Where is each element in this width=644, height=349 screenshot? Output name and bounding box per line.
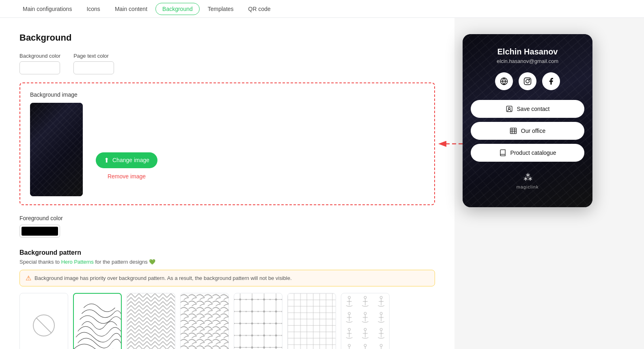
facebook-social-icon[interactable] bbox=[542, 72, 560, 90]
tab-icons[interactable]: Icons bbox=[80, 3, 106, 15]
office-icon bbox=[510, 127, 517, 134]
top-nav: Main configurations Icons Main content B… bbox=[0, 0, 644, 18]
svg-point-25 bbox=[526, 80, 529, 83]
card-name: Elchin Hasanov bbox=[498, 47, 558, 56]
bg-image-preview bbox=[30, 103, 83, 196]
fg-color-inner bbox=[22, 227, 58, 236]
topography-pattern bbox=[74, 294, 121, 349]
phone-card: Elchin Hasanov elcin.hasanov@gmail.com bbox=[463, 34, 592, 207]
pattern-grid bbox=[19, 293, 435, 349]
magiclink-symbol: ⁂ bbox=[523, 172, 532, 183]
our-office-button[interactable]: Our office bbox=[471, 122, 584, 140]
bg-image-section: Background image ⬆ Change image Remove i… bbox=[19, 82, 435, 205]
text-color-label: Page text color bbox=[73, 53, 114, 59]
svg-rect-29 bbox=[510, 128, 516, 134]
warning-text: Background image has priority over backg… bbox=[34, 275, 292, 281]
pattern-title: Background pattern bbox=[19, 249, 435, 256]
our-office-label: Our office bbox=[521, 128, 545, 134]
card-social-row bbox=[495, 72, 560, 90]
pattern-item-chevron[interactable] bbox=[127, 293, 175, 349]
warning-icon: ⚠ bbox=[26, 274, 31, 282]
card-email: elcin.hasanov@gmail.com bbox=[497, 58, 558, 64]
bg-image-label: Background image bbox=[30, 91, 424, 98]
save-contact-icon bbox=[506, 105, 513, 113]
remove-image-button[interactable]: Remove image bbox=[96, 173, 157, 180]
svg-rect-13 bbox=[288, 293, 336, 349]
save-contact-button[interactable]: Save contact bbox=[471, 100, 584, 118]
pattern-credit-suffix: for the pattern designs 💚 bbox=[95, 259, 155, 265]
tab-templates[interactable]: Templates bbox=[201, 3, 240, 15]
grid-pattern bbox=[288, 293, 336, 349]
pattern-warning: ⚠ Background image has priority over bac… bbox=[19, 270, 435, 286]
color-pickers-row: Background color Page text color bbox=[19, 53, 435, 74]
change-image-label: Change image bbox=[112, 157, 149, 163]
preview-panel: Elchin Hasanov elcin.hasanov@gmail.com bbox=[454, 18, 601, 349]
pattern-item-grid[interactable] bbox=[287, 293, 336, 349]
pattern-credit-prefix: Special thanks to bbox=[19, 259, 61, 265]
anchors-pattern bbox=[341, 293, 389, 349]
chevron-pattern bbox=[127, 293, 175, 349]
magiclink-text: magiclink bbox=[517, 184, 539, 189]
bg-color-group: Background color bbox=[19, 53, 60, 74]
content-area: Background Background color Page text co… bbox=[0, 18, 454, 349]
pattern-item-none[interactable] bbox=[19, 293, 68, 349]
tab-main-content[interactable]: Main content bbox=[108, 3, 154, 15]
change-image-icon: ⬆ bbox=[104, 156, 109, 164]
svg-rect-24 bbox=[524, 78, 531, 85]
main-layout: Background Background color Page text co… bbox=[0, 18, 644, 349]
bg-image-controls: ⬆ Change image Remove image bbox=[96, 120, 157, 180]
catalogue-icon bbox=[499, 149, 506, 156]
product-catalogue-label: Product catalogue bbox=[510, 150, 556, 156]
svg-line-3 bbox=[36, 318, 52, 333]
svg-rect-4 bbox=[127, 293, 175, 349]
svg-rect-11 bbox=[234, 293, 282, 349]
svg-point-26 bbox=[529, 79, 530, 80]
pattern-item-anchors[interactable] bbox=[341, 293, 390, 349]
pattern-item-topography[interactable] bbox=[73, 293, 122, 349]
save-contact-label: Save contact bbox=[517, 106, 550, 112]
card-footer: ⁂ magiclink bbox=[517, 166, 539, 197]
magiclink-logo: ⁂ magiclink bbox=[517, 172, 539, 189]
pattern-item-circuit[interactable] bbox=[234, 293, 282, 349]
svg-rect-17 bbox=[341, 293, 389, 349]
svg-point-28 bbox=[508, 107, 510, 109]
bg-color-inner bbox=[22, 63, 58, 72]
text-color-inner bbox=[75, 63, 112, 72]
globe-social-icon[interactable] bbox=[495, 72, 513, 90]
svg-rect-5 bbox=[181, 293, 228, 349]
scales-pattern bbox=[181, 293, 228, 349]
text-color-group: Page text color bbox=[73, 53, 114, 74]
hero-patterns-link[interactable]: Hero Patterns bbox=[61, 259, 94, 265]
bg-image-content: Background image ⬆ Change image Remove i… bbox=[30, 91, 424, 196]
fg-color-label: Foreground color bbox=[19, 215, 435, 221]
instagram-social-icon[interactable] bbox=[519, 72, 536, 90]
fg-color-section: Foreground color bbox=[19, 215, 435, 238]
circuit-pattern bbox=[234, 293, 282, 349]
bg-color-swatch[interactable] bbox=[19, 61, 60, 74]
phone-card-content: Elchin Hasanov elcin.hasanov@gmail.com bbox=[463, 34, 592, 207]
dark-bg bbox=[30, 103, 83, 196]
tab-background[interactable]: Background bbox=[155, 3, 200, 15]
section-title: Background bbox=[19, 33, 435, 43]
no-pattern-icon bbox=[32, 313, 56, 338]
tab-qr-code[interactable]: QR code bbox=[242, 3, 277, 15]
text-color-swatch[interactable] bbox=[73, 61, 114, 74]
pattern-section: Background pattern Special thanks to Her… bbox=[19, 249, 435, 349]
pattern-item-scales[interactable] bbox=[180, 293, 229, 349]
product-catalogue-button[interactable]: Product catalogue bbox=[471, 144, 584, 162]
change-image-button[interactable]: ⬆ Change image bbox=[96, 152, 157, 168]
tab-main-configurations[interactable]: Main configurations bbox=[16, 3, 78, 15]
fg-color-swatch[interactable] bbox=[19, 225, 60, 238]
bg-color-label: Background color bbox=[19, 53, 60, 59]
pattern-credit: Special thanks to Hero Patterns for the … bbox=[19, 259, 435, 265]
